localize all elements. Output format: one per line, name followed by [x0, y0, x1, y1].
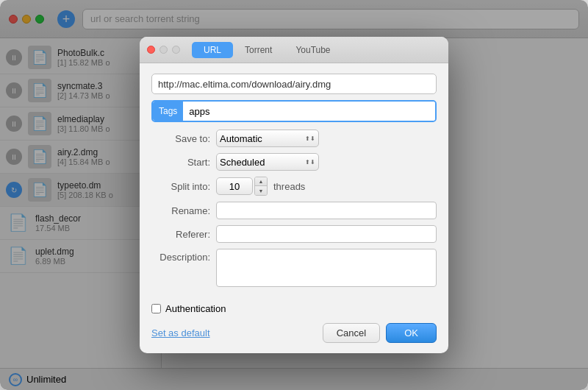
url-input[interactable]	[151, 74, 437, 94]
ok-button[interactable]: OK	[386, 323, 437, 343]
auth-label: Authentication	[165, 303, 226, 314]
tab-url[interactable]: URL	[192, 42, 233, 58]
save-to-select[interactable]: Automatic Downloads Desktop	[216, 130, 319, 147]
rename-input[interactable]	[216, 202, 437, 219]
modal-body: Tags Save to: Automatic Downloads Deskto…	[140, 63, 448, 303]
threads-stepper: ▲ ▼	[254, 177, 268, 196]
split-row: Split into: ▲ ▼ threads	[151, 177, 437, 196]
save-to-select-wrapper: Automatic Downloads Desktop	[216, 130, 319, 147]
modal-minimize-button[interactable]	[159, 46, 168, 54]
footer-buttons: Cancel OK	[323, 323, 437, 343]
start-row: Start: Scheduled Now Manually	[151, 153, 437, 171]
rename-label: Rename:	[151, 205, 210, 216]
description-row: Description:	[151, 249, 437, 287]
auth-row: Authentication	[140, 303, 448, 314]
threads-input[interactable]	[216, 177, 253, 195]
tags-input[interactable]	[183, 102, 435, 121]
referer-input[interactable]	[216, 225, 437, 243]
split-label: Split into:	[151, 181, 210, 192]
referer-row: Referer:	[151, 225, 437, 243]
threads-up-button[interactable]: ▲	[255, 177, 267, 186]
tags-badge: Tags	[153, 102, 183, 121]
threads-number: ▲ ▼	[216, 177, 268, 196]
modal-dialog: URL Torrent YouTube Tags Save to:	[140, 37, 448, 353]
tags-row: Tags	[151, 100, 437, 122]
main-window: + url or search torrent string ⏸ 📄 Photo…	[0, 0, 588, 390]
modal-close-button[interactable]	[147, 46, 155, 54]
threads-down-button[interactable]: ▼	[255, 186, 267, 195]
start-label: Start:	[151, 157, 210, 168]
description-label: Description:	[151, 249, 210, 263]
modal-titlebar: URL Torrent YouTube	[140, 37, 448, 63]
start-select[interactable]: Scheduled Now Manually	[216, 153, 319, 171]
auth-checkbox[interactable]	[151, 304, 161, 313]
modal-maximize-button[interactable]	[172, 46, 180, 54]
tab-youtube[interactable]: YouTube	[284, 42, 342, 58]
modal-tabs: URL Torrent YouTube	[192, 42, 343, 58]
threads-label: threads	[273, 181, 305, 192]
modal-footer: Set as default Cancel OK	[140, 323, 448, 353]
modal-overlay: URL Torrent YouTube Tags Save to:	[0, 0, 588, 390]
save-to-label: Save to:	[151, 133, 210, 144]
set-default-link[interactable]: Set as default	[151, 327, 210, 338]
rename-row: Rename:	[151, 202, 437, 219]
start-select-wrapper: Scheduled Now Manually	[216, 153, 319, 171]
description-input[interactable]	[216, 249, 437, 287]
save-to-row: Save to: Automatic Downloads Desktop	[151, 130, 437, 147]
cancel-button[interactable]: Cancel	[323, 323, 380, 343]
url-input-row	[151, 74, 437, 94]
tab-torrent[interactable]: Torrent	[233, 42, 284, 58]
referer-label: Referer:	[151, 229, 210, 240]
